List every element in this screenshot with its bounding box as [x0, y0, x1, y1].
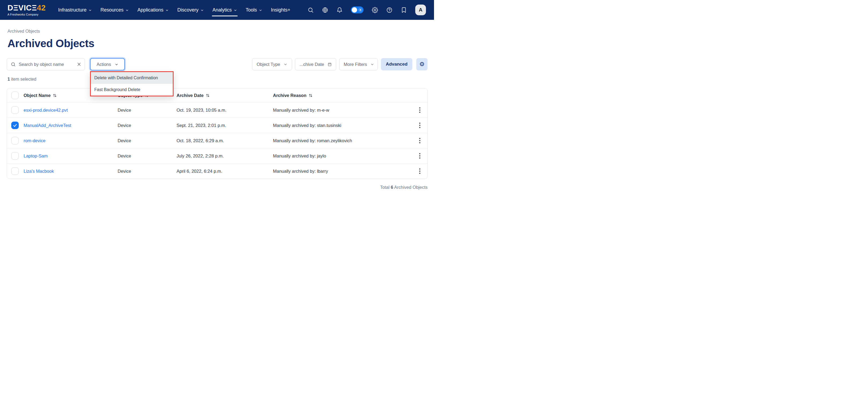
table-row: esxi-prod.device42.pvt Device Oct. 19, 2…: [7, 102, 427, 118]
row-menu-kebab-icon[interactable]: [417, 136, 423, 145]
archive-date-filter[interactable]: ...chive Date: [295, 58, 336, 70]
clear-search-icon[interactable]: [77, 62, 81, 66]
object-name-link[interactable]: rom-device: [24, 138, 45, 143]
nav-label: Infrastructure: [58, 7, 87, 13]
actions-menu: Delete with Detailed Confirmation Fast B…: [90, 71, 174, 96]
navbar-icon-cluster: A: [308, 5, 426, 15]
sort-icon[interactable]: [309, 93, 313, 97]
selection-count: 1: [7, 77, 10, 82]
row-menu-kebab-icon[interactable]: [417, 167, 423, 175]
main-content: Archived Objects Archived Objects Action…: [0, 20, 434, 190]
chevron-down-icon: [234, 8, 237, 12]
nav-item-insights[interactable]: Insights+: [267, 0, 295, 20]
object-name-link[interactable]: ManualAdd_ArchiveTest: [24, 123, 71, 128]
object-name-link[interactable]: esxi-prod.device42.pvt: [24, 108, 68, 113]
row-menu-kebab-icon[interactable]: [417, 152, 423, 160]
filter-label: Object Type: [257, 62, 280, 67]
total-prefix: Total: [380, 185, 390, 190]
nav-label: Insights+: [271, 7, 290, 13]
breadcrumb[interactable]: Archived Objects: [7, 29, 428, 34]
nav-label: Tools: [246, 7, 257, 13]
object-type-filter[interactable]: Object Type: [252, 58, 292, 70]
device42-logo[interactable]: DΞVICΞ42 A Freshworks Company: [7, 4, 46, 16]
calendar-icon: [328, 62, 332, 66]
object-type-cell: Device: [118, 153, 177, 159]
sun-icon: [358, 8, 363, 12]
logo-brand-white: DΞVICΞ: [7, 3, 37, 12]
theme-toggle[interactable]: [351, 6, 364, 13]
nav-item-resources[interactable]: Resources: [96, 0, 133, 20]
archived-objects-table: Object Name Object Type Archive Date Arc…: [7, 88, 428, 179]
row-menu-kebab-icon[interactable]: [417, 121, 423, 129]
nav-label: Analytics: [212, 7, 232, 13]
object-type-cell: Device: [118, 169, 177, 174]
nav-item-applications[interactable]: Applications: [133, 0, 173, 20]
chevron-down-icon: [88, 8, 92, 12]
search-box[interactable]: [7, 58, 85, 70]
object-name-link[interactable]: Liza's Macbook: [24, 169, 54, 174]
more-filters-button[interactable]: More Filters: [339, 58, 378, 70]
main-nav: Infrastructure Resources Applications Di…: [54, 0, 295, 20]
row-checkbox[interactable]: [11, 106, 19, 114]
row-checkbox[interactable]: [11, 167, 19, 175]
object-type-cell: Device: [118, 138, 177, 143]
nav-label: Applications: [137, 7, 163, 13]
filter-label: ...chive Date: [300, 62, 324, 67]
archive-date-cell: July 26, 2022, 2:28 p.m.: [177, 153, 273, 159]
chevron-down-icon: [259, 8, 262, 12]
sort-icon[interactable]: [206, 93, 210, 97]
archive-date-cell: Oct. 19, 2023, 10:05 a.m.: [177, 108, 273, 113]
help-icon[interactable]: [386, 7, 393, 13]
actions-dropdown-wrap: Actions Delete with Detailed Confirmatio…: [90, 58, 125, 70]
nav-item-infrastructure[interactable]: Infrastructure: [54, 0, 96, 20]
row-checkbox[interactable]: [11, 137, 19, 144]
column-label: Object Name: [24, 93, 51, 98]
controls-row: Actions Delete with Detailed Confirmatio…: [7, 58, 428, 70]
advanced-button[interactable]: Advanced: [381, 58, 412, 70]
globe-icon[interactable]: [322, 7, 328, 13]
logo-subtitle: A Freshworks Company: [7, 13, 46, 16]
select-all-checkbox[interactable]: [11, 92, 19, 99]
nav-item-tools[interactable]: Tools: [241, 0, 267, 20]
page-title: Archived Objects: [7, 37, 428, 50]
table-row: rom-device Device Oct. 18, 2022, 6:29 a.…: [7, 133, 427, 148]
nav-item-analytics[interactable]: Analytics: [208, 0, 241, 20]
search-input[interactable]: [19, 62, 74, 67]
gear-icon: ⚙: [419, 61, 425, 67]
menu-item-delete-detailed[interactable]: Delete with Detailed Confirmation: [91, 72, 173, 84]
actions-button[interactable]: Actions: [90, 58, 125, 70]
column-header-archive-date[interactable]: Archive Date: [177, 93, 273, 98]
object-type-cell: Device: [118, 108, 177, 113]
column-label: Archive Reason: [273, 93, 307, 98]
logo-brand-accent: 42: [37, 3, 46, 12]
total-count: 6: [391, 185, 393, 190]
logo-wordmark: DΞVICΞ42: [7, 4, 46, 12]
archive-date-cell: Oct. 18, 2022, 6:29 a.m.: [177, 138, 273, 143]
column-label: Archive Date: [177, 93, 204, 98]
user-avatar[interactable]: A: [415, 5, 426, 15]
gear-icon[interactable]: [372, 7, 378, 13]
object-name-link[interactable]: Laptop-Sam: [24, 153, 48, 159]
bell-icon[interactable]: [337, 7, 343, 13]
total-suffix: Archived Objects: [394, 185, 428, 190]
menu-item-fast-delete[interactable]: Fast Background Delete: [91, 84, 173, 96]
chevron-down-icon: [165, 8, 169, 12]
nav-item-discovery[interactable]: Discovery: [173, 0, 208, 20]
row-checkbox-checked[interactable]: [11, 122, 19, 129]
table-row: Liza's Macbook Device April 6, 2022, 6:2…: [7, 163, 427, 179]
sort-icon[interactable]: [53, 93, 57, 97]
chevron-down-icon: [283, 62, 287, 66]
table-settings-button[interactable]: ⚙: [416, 58, 428, 70]
chevron-down-icon: [200, 8, 204, 12]
toggle-knob: [352, 7, 357, 12]
search-icon[interactable]: [308, 7, 314, 13]
row-checkbox[interactable]: [11, 152, 19, 160]
archive-reason-cell: Manually archived by: roman.zeylikovich: [273, 138, 412, 143]
search-icon: [11, 62, 16, 67]
row-menu-kebab-icon[interactable]: [417, 106, 423, 114]
column-header-archive-reason[interactable]: Archive Reason: [273, 93, 412, 98]
chevron-down-icon: [125, 8, 129, 12]
filter-label: More Filters: [344, 62, 367, 67]
bookmark-icon[interactable]: [401, 7, 407, 13]
archive-reason-cell: Manually archived by: lbarry: [273, 169, 412, 174]
